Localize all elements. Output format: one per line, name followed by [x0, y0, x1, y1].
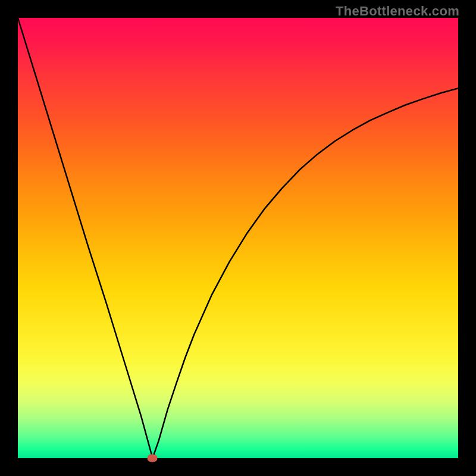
bottleneck-curve [18, 18, 458, 458]
plot-area [18, 18, 458, 458]
minimum-marker [148, 455, 158, 462]
attribution-text: TheBottleneck.com [336, 4, 459, 19]
chart-container: TheBottleneck.com [0, 0, 476, 476]
